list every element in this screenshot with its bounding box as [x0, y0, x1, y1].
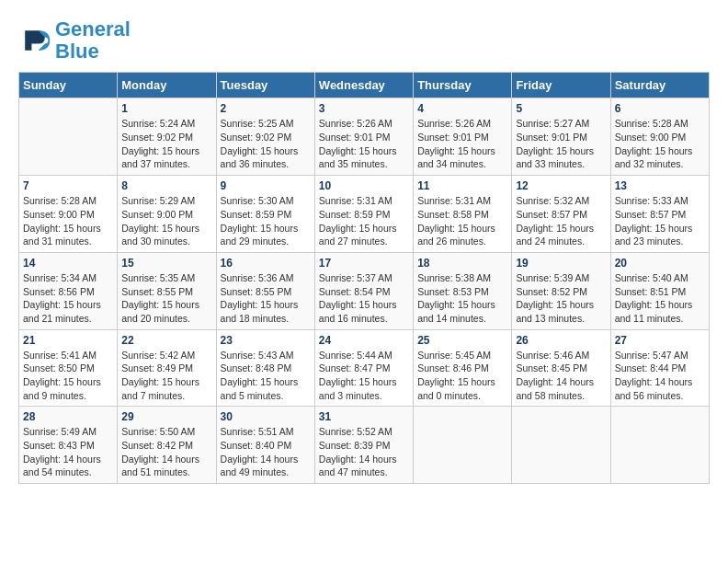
- day-info: Sunrise: 5:33 AMSunset: 8:57 PMDaylight:…: [615, 194, 705, 248]
- day-header-sunday: Sunday: [19, 73, 118, 98]
- calendar-cell: 29Sunrise: 5:50 AMSunset: 8:42 PMDayligh…: [118, 407, 216, 484]
- day-info: Sunrise: 5:38 AMSunset: 8:53 PMDaylight:…: [417, 271, 507, 326]
- day-info: Sunrise: 5:31 AMSunset: 8:58 PMDaylight:…: [417, 194, 507, 248]
- day-number: 26: [516, 334, 606, 347]
- day-number: 5: [516, 102, 606, 115]
- day-number: 19: [516, 257, 606, 270]
- day-header-friday: Friday: [512, 73, 610, 98]
- calendar-week-3: 14Sunrise: 5:34 AMSunset: 8:56 PMDayligh…: [19, 252, 710, 329]
- calendar-cell: [512, 407, 610, 484]
- calendar-week-2: 7Sunrise: 5:28 AMSunset: 9:00 PMDaylight…: [19, 176, 710, 253]
- calendar-cell: 21Sunrise: 5:41 AMSunset: 8:50 PMDayligh…: [19, 329, 118, 407]
- calendar-cell: 7Sunrise: 5:28 AMSunset: 9:00 PMDaylight…: [19, 176, 118, 253]
- calendar-cell: 25Sunrise: 5:45 AMSunset: 8:46 PMDayligh…: [414, 329, 512, 407]
- day-number: 14: [23, 257, 113, 270]
- calendar-cell: 11Sunrise: 5:31 AMSunset: 8:58 PMDayligh…: [414, 176, 512, 253]
- day-info: Sunrise: 5:45 AMSunset: 8:46 PMDaylight:…: [417, 349, 507, 403]
- calendar-cell: 4Sunrise: 5:26 AMSunset: 9:01 PMDaylight…: [414, 98, 512, 176]
- day-info: Sunrise: 5:29 AMSunset: 9:00 PMDaylight:…: [121, 194, 211, 248]
- day-number: 4: [417, 102, 507, 115]
- calendar-week-4: 21Sunrise: 5:41 AMSunset: 8:50 PMDayligh…: [19, 329, 710, 407]
- calendar-week-1: 1Sunrise: 5:24 AMSunset: 9:02 PMDaylight…: [19, 98, 710, 176]
- day-number: 28: [23, 410, 113, 423]
- calendar-cell: 8Sunrise: 5:29 AMSunset: 9:00 PMDaylight…: [118, 176, 216, 253]
- day-number: 21: [23, 334, 113, 347]
- day-info: Sunrise: 5:30 AMSunset: 8:59 PMDaylight:…: [221, 194, 311, 248]
- day-info: Sunrise: 5:52 AMSunset: 8:39 PMDaylight:…: [319, 425, 409, 479]
- day-info: Sunrise: 5:26 AMSunset: 9:01 PMDaylight:…: [319, 117, 409, 171]
- calendar-cell: [414, 407, 512, 484]
- day-number: 11: [417, 179, 507, 192]
- day-info: Sunrise: 5:24 AMSunset: 9:02 PMDaylight:…: [121, 117, 211, 171]
- calendar-cell: [610, 407, 709, 484]
- day-number: 12: [516, 179, 606, 192]
- day-info: Sunrise: 5:46 AMSunset: 8:45 PMDaylight:…: [516, 349, 606, 403]
- day-info: Sunrise: 5:44 AMSunset: 8:47 PMDaylight:…: [319, 349, 409, 403]
- calendar-cell: 14Sunrise: 5:34 AMSunset: 8:56 PMDayligh…: [19, 252, 118, 329]
- day-number: 25: [417, 334, 507, 347]
- day-info: Sunrise: 5:27 AMSunset: 9:01 PMDaylight:…: [516, 117, 606, 171]
- calendar-cell: 16Sunrise: 5:36 AMSunset: 8:55 PMDayligh…: [216, 252, 314, 329]
- calendar-cell: 23Sunrise: 5:43 AMSunset: 8:48 PMDayligh…: [216, 329, 314, 407]
- day-number: 15: [121, 257, 211, 270]
- day-number: 7: [23, 179, 113, 192]
- header: General Blue: [18, 18, 710, 63]
- calendar-cell: 18Sunrise: 5:38 AMSunset: 8:53 PMDayligh…: [414, 252, 512, 329]
- day-info: Sunrise: 5:39 AMSunset: 8:52 PMDaylight:…: [516, 271, 606, 326]
- calendar-cell: 19Sunrise: 5:39 AMSunset: 8:52 PMDayligh…: [512, 252, 610, 329]
- day-number: 30: [221, 410, 311, 423]
- day-info: Sunrise: 5:32 AMSunset: 8:57 PMDaylight:…: [516, 194, 606, 248]
- day-number: 20: [615, 257, 705, 270]
- day-number: 1: [121, 102, 211, 115]
- day-header-tuesday: Tuesday: [216, 73, 314, 98]
- day-header-monday: Monday: [118, 73, 216, 98]
- day-info: Sunrise: 5:41 AMSunset: 8:50 PMDaylight:…: [23, 349, 113, 403]
- day-info: Sunrise: 5:40 AMSunset: 8:51 PMDaylight:…: [615, 271, 705, 326]
- calendar-cell: 22Sunrise: 5:42 AMSunset: 8:49 PMDayligh…: [118, 329, 216, 407]
- calendar-cell: 13Sunrise: 5:33 AMSunset: 8:57 PMDayligh…: [610, 176, 709, 253]
- day-number: 10: [319, 179, 409, 192]
- day-info: Sunrise: 5:37 AMSunset: 8:54 PMDaylight:…: [319, 271, 409, 326]
- logo-text: General Blue: [55, 18, 131, 63]
- day-number: 22: [121, 334, 211, 347]
- calendar-cell: 9Sunrise: 5:30 AMSunset: 8:59 PMDaylight…: [216, 176, 314, 253]
- calendar-cell: 28Sunrise: 5:49 AMSunset: 8:43 PMDayligh…: [19, 407, 118, 484]
- calendar-table: SundayMondayTuesdayWednesdayThursdayFrid…: [18, 72, 710, 484]
- day-info: Sunrise: 5:42 AMSunset: 8:49 PMDaylight:…: [121, 349, 211, 403]
- day-info: Sunrise: 5:26 AMSunset: 9:01 PMDaylight:…: [417, 117, 507, 171]
- day-number: 16: [221, 257, 311, 270]
- calendar-cell: 17Sunrise: 5:37 AMSunset: 8:54 PMDayligh…: [314, 252, 413, 329]
- day-info: Sunrise: 5:51 AMSunset: 8:40 PMDaylight:…: [221, 425, 311, 479]
- calendar-cell: 26Sunrise: 5:46 AMSunset: 8:45 PMDayligh…: [512, 329, 610, 407]
- day-number: 3: [319, 102, 409, 115]
- calendar-cell: 27Sunrise: 5:47 AMSunset: 8:44 PMDayligh…: [610, 329, 709, 407]
- day-header-saturday: Saturday: [610, 73, 709, 98]
- day-info: Sunrise: 5:36 AMSunset: 8:55 PMDaylight:…: [221, 271, 311, 326]
- day-number: 6: [615, 102, 705, 115]
- day-number: 9: [221, 179, 311, 192]
- calendar-cell: 3Sunrise: 5:26 AMSunset: 9:01 PMDaylight…: [314, 98, 413, 176]
- calendar-header-row: SundayMondayTuesdayWednesdayThursdayFrid…: [19, 73, 710, 98]
- day-number: 18: [417, 257, 507, 270]
- calendar-cell: 20Sunrise: 5:40 AMSunset: 8:51 PMDayligh…: [610, 252, 709, 329]
- day-header-thursday: Thursday: [414, 73, 512, 98]
- calendar-cell: 12Sunrise: 5:32 AMSunset: 8:57 PMDayligh…: [512, 176, 610, 253]
- day-number: 29: [121, 410, 211, 423]
- day-info: Sunrise: 5:31 AMSunset: 8:59 PMDaylight:…: [319, 194, 409, 248]
- calendar-cell: 30Sunrise: 5:51 AMSunset: 8:40 PMDayligh…: [216, 407, 314, 484]
- calendar-cell: 15Sunrise: 5:35 AMSunset: 8:55 PMDayligh…: [118, 252, 216, 329]
- calendar-cell: 10Sunrise: 5:31 AMSunset: 8:59 PMDayligh…: [314, 176, 413, 253]
- day-info: Sunrise: 5:34 AMSunset: 8:56 PMDaylight:…: [23, 271, 113, 326]
- day-number: 13: [615, 179, 705, 192]
- day-header-wednesday: Wednesday: [314, 73, 413, 98]
- calendar-cell: [19, 98, 118, 176]
- calendar-cell: 5Sunrise: 5:27 AMSunset: 9:01 PMDaylight…: [512, 98, 610, 176]
- day-info: Sunrise: 5:49 AMSunset: 8:43 PMDaylight:…: [23, 425, 113, 479]
- day-number: 2: [221, 102, 311, 115]
- calendar-cell: 24Sunrise: 5:44 AMSunset: 8:47 PMDayligh…: [314, 329, 413, 407]
- calendar-cell: 2Sunrise: 5:25 AMSunset: 9:02 PMDaylight…: [216, 98, 314, 176]
- day-info: Sunrise: 5:28 AMSunset: 9:00 PMDaylight:…: [615, 117, 705, 171]
- day-number: 17: [319, 257, 409, 270]
- day-info: Sunrise: 5:28 AMSunset: 9:00 PMDaylight:…: [23, 194, 113, 248]
- day-info: Sunrise: 5:50 AMSunset: 8:42 PMDaylight:…: [121, 425, 211, 479]
